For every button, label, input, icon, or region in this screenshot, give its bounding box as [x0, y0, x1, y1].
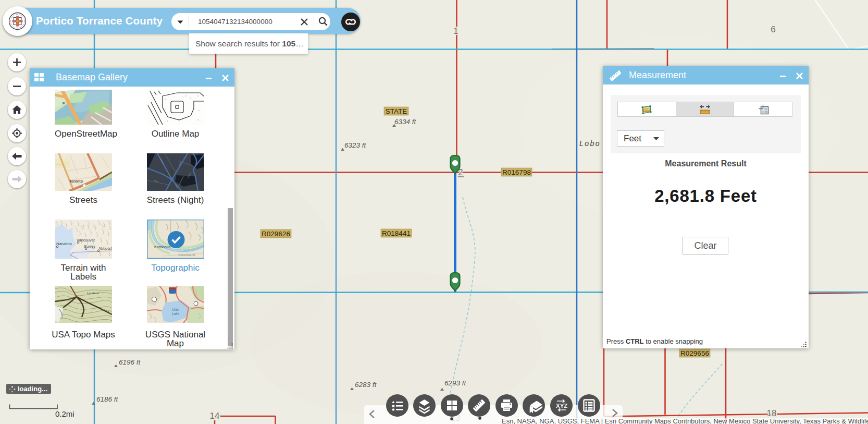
svg-text:1: 1	[453, 26, 458, 36]
svg-text:Utah: Utah	[172, 308, 179, 311]
svg-text:6293 ft: 6293 ft	[444, 379, 467, 387]
svg-text:Vancouver: Vancouver	[77, 238, 95, 243]
svg-text:Columbia St: Columbia St	[178, 253, 195, 257]
svg-text:R029626: R029626	[262, 230, 290, 238]
svg-text:XYZ: XYZ	[556, 403, 567, 409]
svg-text:Nanaimo: Nanaimo	[56, 241, 72, 246]
svg-text:18: 18	[767, 408, 777, 418]
svg-text:Lake: Lake	[172, 312, 179, 316]
svg-text:0.2mi: 0.2mi	[55, 409, 75, 418]
svg-text:Kamloops: Kamloops	[154, 245, 171, 249]
svg-text:Loudoun: Loudoun	[87, 292, 99, 295]
svg-text:6323 ft: 6323 ft	[344, 141, 367, 149]
svg-text:R029656: R029656	[680, 349, 709, 357]
svg-text:14: 14	[210, 411, 220, 421]
svg-text:STATE: STATE	[386, 107, 407, 115]
svg-text:6334 ft: 6334 ft	[394, 118, 417, 126]
svg-text:Abbotsfo: Abbotsfo	[98, 246, 112, 251]
svg-text:6196 ft: 6196 ft	[119, 358, 141, 366]
svg-text:6186 ft: 6186 ft	[96, 395, 119, 403]
svg-text:R016798: R016798	[502, 168, 531, 176]
svg-text:R018441: R018441	[382, 229, 411, 237]
svg-text:6283 ft: 6283 ft	[355, 381, 377, 389]
svg-text:Toronto: Toronto	[69, 179, 83, 183]
svg-text:6: 6	[771, 25, 775, 34]
